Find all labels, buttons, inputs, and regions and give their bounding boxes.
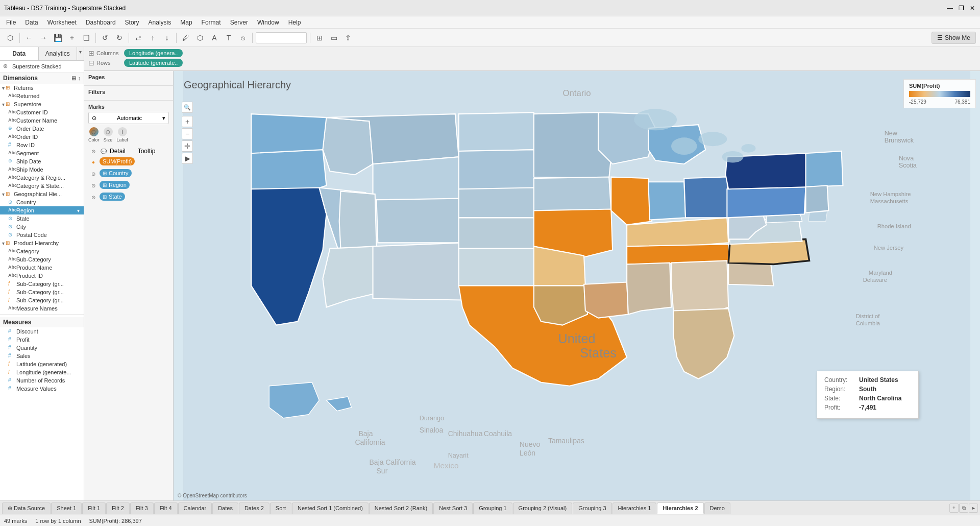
menu-story[interactable]: Story <box>121 18 143 27</box>
field-measure-names[interactable]: Abc Measure Names <box>0 304 84 313</box>
state-new-england[interactable] <box>806 151 843 187</box>
state-iowa[interactable] <box>534 177 611 210</box>
menu-server[interactable]: Server <box>226 18 252 27</box>
zoom-out-button[interactable]: − <box>182 128 193 139</box>
label-button[interactable]: A <box>208 32 220 44</box>
state-pennsylvania[interactable] <box>727 187 805 218</box>
field-ship-mode[interactable]: Abc Ship Mode <box>0 165 84 174</box>
sort-icon[interactable]: ↕ <box>78 75 81 82</box>
menu-window[interactable]: Window <box>253 18 283 27</box>
sort-desc-button[interactable]: ↓ <box>161 32 173 44</box>
sum-profit-pill[interactable]: SUM(Profit) <box>100 157 135 165</box>
window-controls[interactable]: — ❐ ✕ <box>946 5 976 12</box>
field-city[interactable]: ⊙ City <box>0 223 84 231</box>
state-kansas[interactable] <box>459 218 537 250</box>
returns-group-header[interactable]: ▾ ⊞ Returns <box>0 84 84 92</box>
state-wyoming[interactable] <box>373 157 462 200</box>
undo-button[interactable]: ↺ <box>99 32 111 44</box>
tab-demo[interactable]: Demo <box>704 503 730 514</box>
field-customer-id[interactable]: Abc Customer ID <box>0 108 84 116</box>
field-profit[interactable]: # Profit <box>0 336 84 344</box>
data-source-row[interactable]: ⊗ Superstore Stacked <box>0 61 84 73</box>
swap-button[interactable]: ⇄ <box>132 32 144 44</box>
superstore-group-header[interactable]: ▾ ⊞ Superstore <box>0 100 84 108</box>
tab-nested-sort2[interactable]: Nested Sort 2 (Rank) <box>369 503 433 514</box>
field-row-id[interactable]: # Row ID <box>0 141 84 149</box>
marks-type-dropdown[interactable]: ⊙ Automatic ▾ <box>88 112 169 124</box>
map-search-button[interactable]: 🔍 <box>182 102 193 113</box>
state-alabama[interactable] <box>627 263 671 315</box>
field-discount[interactable]: # Discount <box>0 327 84 336</box>
rows-pill[interactable]: Latitude (generate.. <box>124 59 183 67</box>
tab-grouping1[interactable]: Grouping 1 <box>473 503 512 514</box>
menu-analysis[interactable]: Analysis <box>144 18 176 27</box>
field-category[interactable]: Abc Category <box>0 247 84 255</box>
field-latitude[interactable]: f Latitude (generated) <box>0 360 84 368</box>
save-button[interactable]: 💾 <box>52 32 64 44</box>
presentation-button[interactable]: ▭ <box>328 32 340 44</box>
field-sub-category[interactable]: Abc Sub-Category <box>0 255 84 264</box>
field-postal-code[interactable]: ⊙ Postal Code <box>0 231 84 239</box>
product-hierarchy-header[interactable]: ▾ ⊞ Product Hierarchy <box>0 239 84 247</box>
annotate-button[interactable]: T <box>223 32 235 44</box>
field-ship-date[interactable]: ⊕ Ship Date <box>0 157 84 165</box>
tab-grouping2[interactable]: Grouping 2 (Visual) <box>513 503 573 514</box>
menu-worksheet[interactable]: Worksheet <box>43 18 81 27</box>
group-button[interactable]: ⬡ <box>194 32 206 44</box>
show-me-button[interactable]: ☰ Show Me <box>932 32 976 44</box>
columns-pill[interactable]: Longitude (genera.. <box>124 49 183 57</box>
tab-filt4[interactable]: Filt 4 <box>154 503 178 514</box>
state-new-jersey[interactable] <box>806 185 829 212</box>
state-idaho[interactable] <box>323 117 373 175</box>
duplicate-sheet-button[interactable]: ⧉ <box>959 504 968 513</box>
field-customer-name[interactable]: Abc Customer Name <box>0 116 84 125</box>
tab-data[interactable]: Data <box>0 47 39 60</box>
tab-dates[interactable]: Dates <box>212 503 238 514</box>
tab-filt3[interactable]: Filt 3 <box>130 503 154 514</box>
forward-button[interactable]: → <box>37 32 50 44</box>
menu-map[interactable]: Map <box>176 18 196 27</box>
tab-filt2[interactable]: Filt 2 <box>106 503 130 514</box>
field-state[interactable]: ⊙ State <box>0 214 84 223</box>
field-product-id[interactable]: Abc Product ID <box>0 272 84 280</box>
state-delaware[interactable] <box>808 211 827 222</box>
redo-button[interactable]: ↻ <box>113 32 126 44</box>
tab-sort[interactable]: Sort <box>270 503 291 514</box>
field-subcategory-calc1[interactable]: f Sub-Category (gr... <box>0 280 84 288</box>
region-pill[interactable]: ⊞ Region <box>100 181 130 189</box>
state-indiana[interactable] <box>648 182 685 220</box>
tab-grouping3[interactable]: Grouping 3 <box>573 503 611 514</box>
search-icon[interactable]: ⊞ <box>71 75 76 82</box>
field-segment[interactable]: Abc Segment <box>0 149 84 157</box>
menu-help[interactable]: Help <box>284 18 305 27</box>
highlight-button[interactable]: 🖊 <box>180 32 192 44</box>
state-north-dakota[interactable] <box>459 112 534 151</box>
state-oregon[interactable] <box>251 150 326 189</box>
back-button[interactable]: ← <box>23 32 35 44</box>
maximize-button[interactable]: ❐ <box>958 5 965 12</box>
tooltip-btn2[interactable]: ⍉ <box>237 32 249 44</box>
tab-filt1[interactable]: Filt 1 <box>82 503 106 514</box>
map-nav-arrow[interactable]: ▶ <box>182 153 193 164</box>
field-sales[interactable]: # Sales <box>0 352 84 360</box>
state-new-mexico[interactable] <box>373 243 464 300</box>
field-returned[interactable]: Abc Returned <box>0 92 84 100</box>
new-sheet-button[interactable]: + <box>949 504 959 513</box>
close-button[interactable]: ✕ <box>969 5 976 12</box>
country-pill[interactable]: ⊞ Country <box>100 169 132 177</box>
add-datasource-button[interactable]: ＋ <box>66 32 78 44</box>
tab-dates2[interactable]: Dates 2 <box>239 503 270 514</box>
size-btn[interactable]: ⬡ Size <box>104 127 113 142</box>
pan-button[interactable]: ✛ <box>182 140 193 152</box>
share-button[interactable]: ⇪ <box>342 32 354 44</box>
tab-analytics[interactable]: Analytics <box>39 47 78 60</box>
tab-data-source[interactable]: ⊗ Data Source <box>2 503 51 514</box>
duplicate-button[interactable]: ❑ <box>80 32 92 44</box>
field-category-state[interactable]: Abc Category & State... <box>0 182 84 190</box>
sheet-nav-button[interactable]: ▸ <box>969 504 978 513</box>
menu-file[interactable]: File <box>2 18 20 27</box>
toolbar-search-input[interactable] <box>256 32 307 43</box>
field-category-region[interactable]: Abc Category & Regio... <box>0 174 84 182</box>
tab-nested-sort1[interactable]: Nested Sort 1 (Combined) <box>292 503 369 514</box>
field-num-records[interactable]: # Number of Records <box>0 376 84 385</box>
